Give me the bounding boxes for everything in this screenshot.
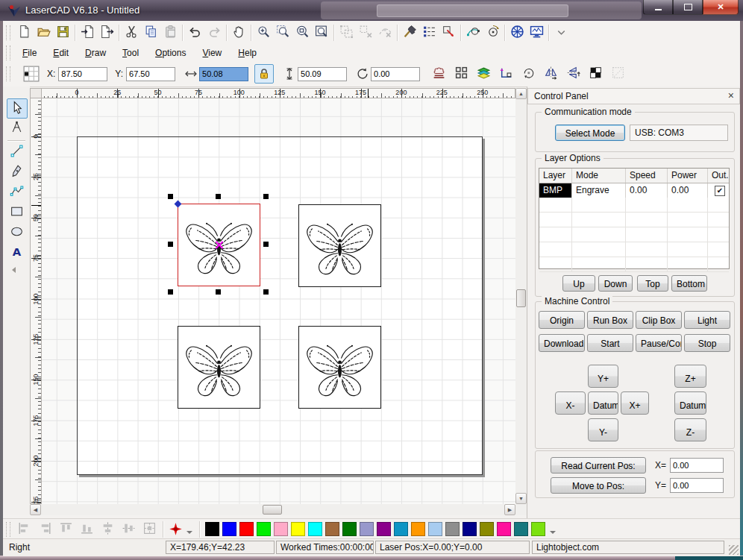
close-button[interactable]: ✕ — [703, 0, 739, 15]
selection-handle[interactable] — [263, 289, 269, 295]
menu-tool[interactable]: Tool — [114, 46, 147, 60]
read-current-pos-button[interactable]: Read Current Pos: — [551, 457, 646, 474]
scroll-up-button[interactable]: ▲ — [515, 88, 527, 99]
pos-y-field[interactable] — [670, 478, 724, 493]
start-button[interactable]: Start — [587, 334, 633, 352]
work-page[interactable] — [77, 136, 483, 475]
color-swatch[interactable] — [222, 522, 236, 536]
layer-power-cell[interactable]: 0.00 — [668, 183, 708, 198]
tool-ellipse-button[interactable] — [7, 223, 26, 242]
jog-y-minus-button[interactable]: Y- — [588, 418, 618, 441]
col-power[interactable]: Power — [668, 169, 708, 183]
color-swatch[interactable] — [308, 522, 322, 536]
butterfly-object[interactable] — [298, 326, 381, 409]
jog-y-plus-button[interactable]: Y+ — [588, 365, 618, 388]
tool-polyline-button[interactable] — [7, 183, 26, 201]
v-scrollbar[interactable]: ▲ ▼ — [515, 88, 527, 504]
color-swatch[interactable] — [274, 522, 288, 536]
tool-text-button[interactable]: A — [7, 243, 26, 262]
selection-handle[interactable] — [216, 289, 221, 295]
rotate-object-button[interactable] — [518, 64, 538, 84]
scroll-down-button[interactable]: ▼ — [515, 493, 527, 504]
mirror-v-button[interactable] — [563, 64, 583, 84]
anchor-point-icon[interactable] — [23, 66, 40, 82]
col-mode[interactable]: Mode — [572, 169, 626, 183]
collapse-arrow-icon[interactable] — [12, 267, 16, 273]
select-mode-button[interactable]: Select Mode — [555, 125, 625, 141]
butterfly-object-selected[interactable] — [178, 204, 260, 286]
mirror-h-button[interactable] — [541, 64, 560, 84]
download-button[interactable]: Download — [539, 334, 585, 352]
zoom-in-button[interactable] — [254, 23, 273, 43]
color-swatch[interactable] — [325, 522, 339, 536]
jog-x-minus-button[interactable]: X- — [555, 391, 586, 415]
zoom-page-button[interactable] — [292, 23, 312, 43]
simulate-button[interactable] — [400, 23, 419, 43]
col-speed[interactable]: Speed — [626, 169, 668, 183]
dimension-button[interactable] — [496, 64, 515, 84]
origin-button[interactable]: Origin — [539, 311, 585, 329]
menu-view[interactable]: View — [194, 46, 230, 60]
color-swatch[interactable] — [239, 522, 254, 536]
selection-handle[interactable] — [168, 242, 173, 247]
zoom-marquee-button[interactable] — [273, 23, 292, 43]
menu-help[interactable]: Help — [230, 46, 265, 60]
pause-continue-button[interactable]: Pause/Continue — [636, 334, 682, 352]
color-swatch[interactable] — [531, 522, 545, 536]
pick-button[interactable] — [439, 23, 458, 43]
selection-handle[interactable] — [168, 194, 173, 199]
width-field[interactable] — [199, 67, 248, 81]
color-swatch[interactable] — [377, 522, 391, 536]
save-button[interactable] — [53, 23, 72, 43]
tool-edit-node-button[interactable] — [7, 119, 26, 137]
v-scroll-thumb[interactable] — [516, 289, 526, 307]
color-swatch[interactable] — [411, 522, 425, 536]
scroll-left-button[interactable]: ◀ — [30, 504, 41, 515]
y-position-field[interactable] — [126, 67, 175, 81]
node-edit-button[interactable] — [463, 23, 483, 43]
color-swatch[interactable] — [291, 522, 305, 536]
minimize-button[interactable] — [643, 0, 673, 15]
layer-top-button[interactable]: Top — [637, 275, 668, 292]
invert-colors-button[interactable] — [586, 64, 605, 84]
export-button[interactable] — [97, 23, 116, 43]
tool-pen-button[interactable] — [7, 163, 26, 181]
x-position-field[interactable] — [58, 67, 107, 81]
palette-dropdown-arrow-icon[interactable] — [550, 531, 556, 534]
layer-bottom-button[interactable]: Bottom — [671, 275, 707, 292]
butterfly-object[interactable] — [178, 326, 260, 409]
layers-button[interactable] — [474, 64, 493, 84]
color-swatch[interactable] — [205, 522, 219, 536]
more-button[interactable] — [551, 23, 571, 43]
jog-z-plus-button[interactable]: Z+ — [674, 365, 706, 388]
output-list-button[interactable] — [419, 23, 439, 43]
dropdown-arrow-icon[interactable] — [186, 531, 192, 534]
run-box-button[interactable]: Run Box — [587, 311, 633, 329]
butterfly-object[interactable] — [298, 204, 381, 287]
tool-select-button[interactable] — [7, 98, 28, 119]
stop-button[interactable]: Stop — [684, 334, 730, 352]
selection-handle[interactable] — [216, 194, 221, 199]
resize-grip[interactable] — [729, 545, 739, 555]
color-swatch[interactable] — [463, 522, 477, 536]
aspect-lock-button[interactable] — [254, 64, 274, 84]
preview-monitor-button[interactable] — [527, 23, 546, 43]
layer-speed-cell[interactable]: 0.00 — [626, 183, 668, 198]
jog-x-plus-button[interactable]: X+ — [621, 391, 649, 415]
col-layer[interactable]: Layer — [539, 169, 572, 183]
datum-xy-button[interactable]: Datum — [588, 391, 618, 415]
layer-name-cell[interactable]: BMP — [539, 183, 572, 198]
copy-button[interactable] — [141, 23, 160, 43]
color-swatch[interactable] — [497, 522, 511, 536]
jog-z-minus-button[interactable]: Z- — [674, 418, 706, 441]
scroll-right-button[interactable]: ▶ — [504, 504, 515, 515]
height-field[interactable] — [298, 67, 347, 81]
laser-origin-icon[interactable] — [166, 520, 185, 539]
menu-file[interactable]: File — [14, 46, 45, 60]
layer-down-button[interactable]: Down — [598, 275, 633, 292]
new-button[interactable] — [14, 23, 34, 43]
selection-handle[interactable] — [263, 242, 269, 247]
color-swatch[interactable] — [480, 522, 494, 536]
color-swatch[interactable] — [514, 522, 528, 536]
menu-draw[interactable]: Draw — [77, 46, 114, 60]
